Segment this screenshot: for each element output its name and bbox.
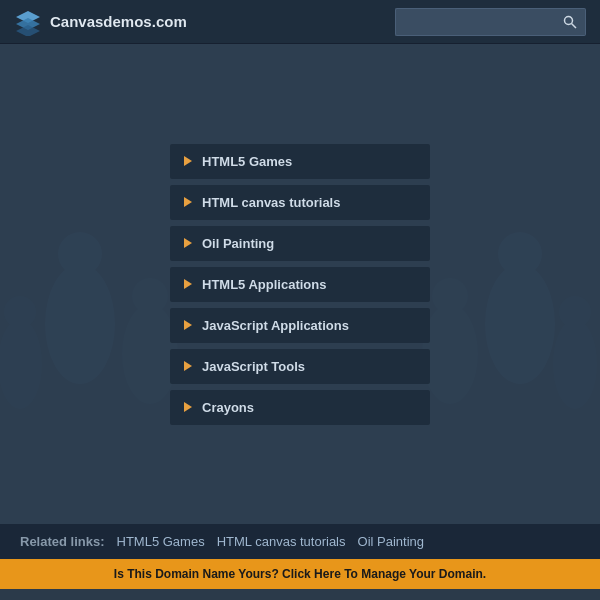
svg-point-8 [498,232,542,276]
menu-arrow-icon [184,361,192,371]
menu-item-html-canvas[interactable]: HTML canvas tutorials [170,185,430,220]
logo-icon [14,8,42,36]
svg-point-16 [432,278,468,314]
related-link-html5-games[interactable]: HTML5 Games [117,534,205,549]
menu-item-html5-games[interactable]: HTML5 Games [170,144,430,179]
related-link-oil-painting[interactable]: Oil Painting [358,534,424,549]
header: Canvasdemos.com [0,0,600,44]
search-icon [563,15,577,29]
svg-point-3 [565,16,573,24]
menu-item-label: HTML5 Games [202,154,292,169]
menu-arrow-icon [184,279,192,289]
logo-area: Canvasdemos.com [14,8,187,36]
menu-arrow-icon [184,238,192,248]
menu-item-js-tools[interactable]: JavaScript Tools [170,349,430,384]
svg-point-12 [559,296,591,328]
domain-banner-text: Is This Domain Name Yours? Click Here To… [114,567,486,581]
menu-item-label: Crayons [202,400,254,415]
search-button[interactable] [555,8,586,36]
menu-arrow-icon [184,402,192,412]
svg-point-15 [422,304,478,404]
svg-point-14 [132,278,168,314]
menu-item-label: JavaScript Applications [202,318,349,333]
search-area [395,8,586,36]
related-label: Related links: [20,534,105,549]
svg-point-10 [4,296,36,328]
svg-point-11 [553,319,597,409]
main-content: HTML5 Games HTML canvas tutorials Oil Pa… [0,44,600,524]
svg-marker-2 [16,25,40,36]
svg-point-5 [45,264,115,384]
menu-arrow-icon [184,156,192,166]
menu-arrow-icon [184,320,192,330]
menu-container: HTML5 Games HTML canvas tutorials Oil Pa… [170,124,430,445]
domain-banner[interactable]: Is This Domain Name Yours? Click Here To… [0,559,600,589]
related-bar: Related links: HTML5 Games HTML canvas t… [0,524,600,559]
svg-point-7 [485,264,555,384]
search-input[interactable] [395,8,555,36]
menu-item-html5-apps[interactable]: HTML5 Applications [170,267,430,302]
menu-arrow-icon [184,197,192,207]
related-link-html-canvas[interactable]: HTML canvas tutorials [217,534,346,549]
menu-item-oil-painting[interactable]: Oil Painting [170,226,430,261]
site-title: Canvasdemos.com [50,13,187,30]
menu-item-js-apps[interactable]: JavaScript Applications [170,308,430,343]
menu-item-label: HTML canvas tutorials [202,195,340,210]
svg-point-9 [0,319,42,409]
svg-point-6 [58,232,102,276]
menu-item-label: HTML5 Applications [202,277,326,292]
svg-line-4 [572,23,577,28]
menu-item-crayons[interactable]: Crayons [170,390,430,425]
menu-item-label: JavaScript Tools [202,359,305,374]
menu-item-label: Oil Painting [202,236,274,251]
